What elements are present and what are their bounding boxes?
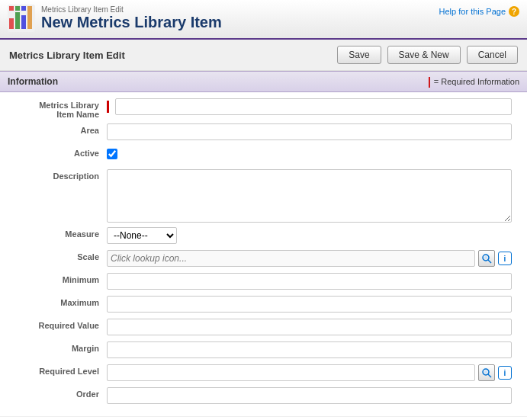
label-required-value: Required Value [15, 319, 107, 330]
label-description: Description [15, 169, 107, 181]
label-maximum: Maximum [15, 296, 107, 307]
lookup-required-level-icon [481, 367, 492, 378]
help-link[interactable]: Help for this Page ? [439, 5, 519, 17]
control-minimum [107, 273, 512, 290]
edit-header-bar: Metrics Library Item Edit Save Save & Ne… [0, 40, 527, 71]
control-active [107, 146, 512, 159]
textarea-description[interactable] [107, 169, 512, 223]
label-active: Active [15, 146, 107, 158]
field-row-order: Order [15, 387, 512, 406]
control-maximum [107, 296, 512, 313]
field-row-area: Area [15, 123, 512, 142]
metrics-icon [8, 5, 35, 32]
header-left: Metrics Library Item Edit New Metrics Li… [8, 5, 222, 32]
label-name: Metrics LibraryItem Name [15, 98, 107, 119]
input-name[interactable] [115, 98, 512, 115]
input-required-value[interactable] [107, 319, 512, 335]
lookup-required-level-button[interactable] [478, 364, 495, 381]
field-row-name: Metrics LibraryItem Name [15, 98, 512, 119]
required-legend-text: = Required Information [434, 77, 519, 86]
section-title: Information [8, 76, 58, 87]
label-area: Area [15, 123, 107, 135]
control-name [107, 98, 512, 115]
select-measure[interactable]: --None-- Count Percentage Currency Numbe… [107, 227, 177, 244]
edit-header-title: Metrics Library Item Edit [9, 50, 331, 61]
control-margin [107, 341, 512, 358]
svg-rect-6 [15, 6, 20, 11]
section-header: Information | = Required Information [0, 71, 527, 92]
svg-rect-7 [21, 6, 26, 11]
input-scale[interactable] [107, 250, 475, 267]
control-scale: i [107, 250, 512, 267]
checkbox-active[interactable] [107, 149, 117, 159]
field-row-description: Description [15, 169, 512, 223]
footer-buttons: Save Save & New Cancel [0, 416, 527, 420]
control-area [107, 123, 512, 140]
header-text: Metrics Library Item Edit New Metrics Li… [41, 5, 222, 31]
input-required-level[interactable] [107, 364, 475, 381]
field-row-active: Active [15, 146, 512, 165]
help-label: Help for this Page [439, 7, 506, 16]
svg-rect-8 [27, 6, 32, 11]
svg-rect-1 [9, 18, 14, 29]
field-row-measure: Measure --None-- Count Percentage Curren… [15, 227, 512, 245]
required-bar-name [107, 101, 109, 113]
control-measure: --None-- Count Percentage Currency Numbe… [107, 227, 512, 244]
field-row-required-value: Required Value [15, 319, 512, 337]
input-minimum[interactable] [107, 273, 512, 290]
svg-rect-5 [9, 6, 14, 11]
field-row-margin: Margin [15, 341, 512, 360]
input-area[interactable] [107, 123, 512, 140]
label-required-level: Required Level [15, 364, 107, 376]
info-required-level-button[interactable]: i [498, 366, 512, 380]
svg-rect-3 [21, 15, 26, 29]
field-row-scale: Scale i [15, 250, 512, 268]
form-body: Metrics LibraryItem Name Area Active Des… [0, 92, 527, 416]
control-required-value [107, 319, 512, 335]
svg-line-14 [488, 374, 491, 377]
required-legend: | = Required Information [428, 75, 519, 88]
label-minimum: Minimum [15, 273, 107, 284]
field-row-maximum: Maximum [15, 296, 512, 314]
svg-point-10 [484, 256, 487, 259]
top-save-new-button[interactable]: Save & New [387, 46, 461, 64]
svg-line-11 [488, 260, 491, 263]
input-margin[interactable] [107, 341, 512, 358]
page-subtitle: Metrics Library Item Edit [41, 5, 222, 14]
input-maximum[interactable] [107, 296, 512, 313]
control-order [107, 387, 512, 404]
info-scale-button[interactable]: i [498, 252, 512, 265]
input-order[interactable] [107, 387, 512, 404]
page-header: Metrics Library Item Edit New Metrics Li… [0, 0, 527, 40]
top-save-button[interactable]: Save [337, 46, 381, 64]
control-required-level: i [107, 364, 512, 381]
lookup-scale-button[interactable] [478, 250, 495, 267]
top-cancel-button[interactable]: Cancel [467, 46, 518, 64]
label-margin: Margin [15, 341, 107, 353]
page-title: New Metrics Library Item [41, 14, 222, 31]
label-measure: Measure [15, 227, 107, 239]
label-order: Order [15, 387, 107, 399]
field-row-required-level: Required Level i [15, 364, 512, 383]
svg-point-13 [484, 370, 487, 374]
help-icon: ? [509, 6, 519, 17]
main-content: Metrics Library Item Edit Save Save & Ne… [0, 40, 527, 420]
label-scale: Scale [15, 250, 107, 261]
field-row-minimum: Minimum [15, 273, 512, 291]
required-marker: | [428, 75, 431, 88]
svg-rect-2 [15, 12, 20, 29]
svg-rect-4 [27, 9, 32, 29]
lookup-scale-icon [481, 253, 492, 264]
control-description [107, 169, 512, 223]
